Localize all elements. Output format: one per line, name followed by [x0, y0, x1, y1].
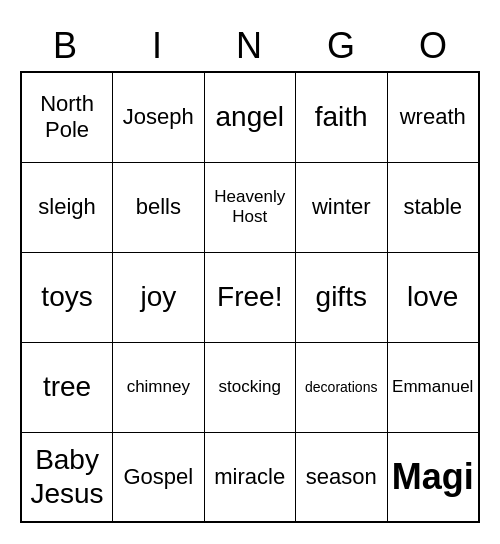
- cell-text: joy: [140, 281, 176, 312]
- cell-text: bells: [136, 194, 181, 219]
- cell-r1-c0: sleigh: [21, 162, 113, 252]
- cell-r1-c1: bells: [113, 162, 204, 252]
- cell-r3-c4: Emmanuel: [387, 342, 479, 432]
- cell-r1-c2: HeavenlyHost: [204, 162, 295, 252]
- cell-r4-c0: BabyJesus: [21, 432, 113, 522]
- cell-r4-c4: Magi: [387, 432, 479, 522]
- cell-text: tree: [43, 371, 91, 402]
- cell-text: Gospel: [123, 464, 193, 489]
- cell-text: winter: [312, 194, 371, 219]
- cell-r3-c2: stocking: [204, 342, 295, 432]
- cell-text: decorations: [305, 379, 377, 395]
- cell-text: faith: [315, 101, 368, 132]
- cell-r0-c3: faith: [295, 72, 387, 162]
- cell-text: miracle: [214, 464, 285, 489]
- cell-text: Host: [232, 207, 267, 226]
- cell-text: Free!: [217, 281, 282, 312]
- cell-r1-c4: stable: [387, 162, 479, 252]
- cell-r0-c4: wreath: [387, 72, 479, 162]
- cell-r2-c2: Free!: [204, 252, 295, 342]
- cell-text: Joseph: [123, 104, 194, 129]
- bingo-header: B I N G O: [20, 21, 480, 71]
- cell-text: Baby: [35, 444, 99, 475]
- cell-r2-c3: gifts: [295, 252, 387, 342]
- cell-text: season: [306, 464, 377, 489]
- cell-text: North: [40, 91, 94, 116]
- cell-text: gifts: [316, 281, 367, 312]
- cell-r1-c3: winter: [295, 162, 387, 252]
- cell-r3-c1: chimney: [113, 342, 204, 432]
- cell-text: Heavenly: [214, 187, 285, 206]
- header-i: I: [112, 21, 204, 71]
- header-n: N: [204, 21, 296, 71]
- cell-r2-c0: toys: [21, 252, 113, 342]
- cell-text: angel: [216, 101, 285, 132]
- cell-r0-c1: Joseph: [113, 72, 204, 162]
- cell-r4-c2: miracle: [204, 432, 295, 522]
- cell-r4-c3: season: [295, 432, 387, 522]
- header-g: G: [296, 21, 388, 71]
- cell-r3-c3: decorations: [295, 342, 387, 432]
- header-o: O: [388, 21, 480, 71]
- cell-text: chimney: [127, 377, 190, 396]
- cell-text: stable: [403, 194, 462, 219]
- cell-text: toys: [41, 281, 92, 312]
- bingo-card: B I N G O NorthPoleJosephangelfaithwreat…: [20, 21, 480, 523]
- cell-text: stocking: [219, 377, 281, 396]
- cell-text: sleigh: [38, 194, 95, 219]
- bingo-grid: NorthPoleJosephangelfaithwreathsleighbel…: [20, 71, 480, 523]
- cell-text: Jesus: [30, 478, 103, 509]
- cell-r4-c1: Gospel: [113, 432, 204, 522]
- cell-text: Pole: [45, 117, 89, 142]
- cell-r2-c4: love: [387, 252, 479, 342]
- cell-r3-c0: tree: [21, 342, 113, 432]
- cell-r0-c0: NorthPole: [21, 72, 113, 162]
- cell-text: wreath: [400, 104, 466, 129]
- cell-r0-c2: angel: [204, 72, 295, 162]
- cell-r2-c1: joy: [113, 252, 204, 342]
- header-b: B: [20, 21, 112, 71]
- cell-text: Magi: [392, 456, 474, 497]
- cell-text: love: [407, 281, 458, 312]
- cell-text: Emmanuel: [392, 377, 473, 396]
